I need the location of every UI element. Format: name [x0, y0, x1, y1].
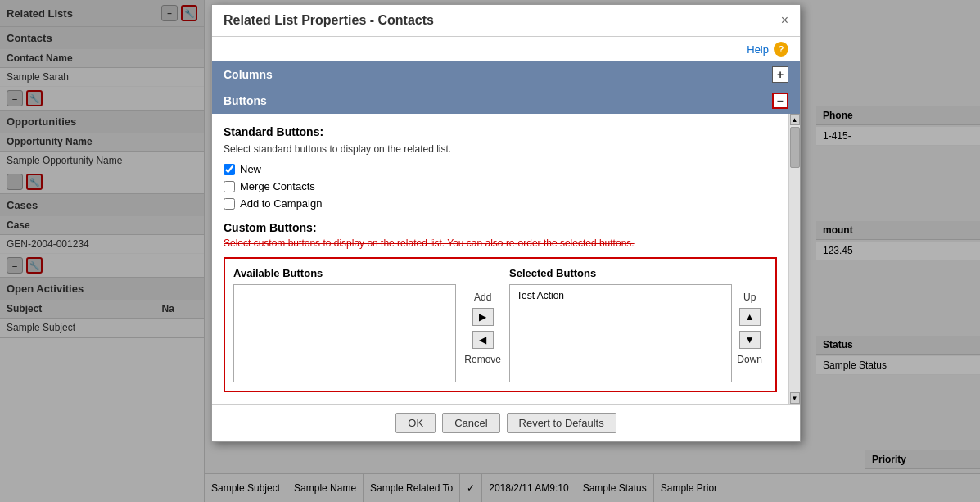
- checkbox-new-input[interactable]: [224, 164, 235, 175]
- custom-buttons-desc: Select custom buttons to display on the …: [224, 237, 777, 249]
- down-label: Down: [737, 354, 762, 365]
- buttons-label: Buttons: [224, 94, 267, 107]
- standard-buttons-title: Standard Buttons:: [224, 125, 777, 138]
- selected-item-test-action[interactable]: Test Action: [513, 288, 728, 303]
- standard-buttons-desc: Select standard buttons to display on th…: [224, 143, 777, 155]
- modal-title: Related List Properties - Contacts: [224, 13, 434, 28]
- remove-button[interactable]: ◀: [472, 331, 494, 349]
- columns-label: Columns: [224, 68, 273, 81]
- cancel-button[interactable]: Cancel: [442, 413, 499, 433]
- scroll-down-arrow[interactable]: ▼: [790, 392, 800, 404]
- custom-buttons-title: Custom Buttons:: [224, 221, 777, 234]
- checkbox-merge-label: Merge Contacts: [240, 180, 315, 192]
- available-buttons-listbox[interactable]: [233, 284, 456, 382]
- buttons-section-header: Buttons –: [212, 88, 800, 114]
- modal-body: Help ? Columns + Buttons – Standard Butt…: [212, 37, 800, 404]
- help-bar: Help ?: [212, 37, 800, 61]
- available-buttons-label: Available Buttons: [233, 267, 456, 279]
- modal-close-button[interactable]: ×: [781, 13, 788, 28]
- up-button[interactable]: ▲: [739, 308, 761, 326]
- modal-scrollbar[interactable]: ▲ ▼: [788, 114, 800, 404]
- columns-section-header: Columns +: [212, 61, 800, 88]
- add-label: Add: [474, 292, 491, 303]
- custom-buttons-panel: Available Buttons Add ▶ ◀ Remove Selecte…: [224, 257, 777, 392]
- modal-dialog: Related List Properties - Contacts × Hel…: [211, 4, 801, 442]
- down-button[interactable]: ▼: [739, 331, 761, 349]
- modal-content-main: Standard Buttons: Select standard button…: [212, 114, 788, 404]
- selected-buttons-label: Selected Buttons: [509, 267, 732, 279]
- checkbox-merge: Merge Contacts: [224, 180, 777, 192]
- help-icon[interactable]: ?: [774, 42, 788, 57]
- columns-toggle-btn[interactable]: +: [772, 66, 788, 83]
- ok-button[interactable]: OK: [395, 413, 436, 433]
- checkbox-campaign-label: Add to Campaign: [240, 197, 322, 210]
- up-label: Up: [743, 292, 756, 303]
- selected-buttons-listbox[interactable]: Test Action: [509, 284, 732, 382]
- checkbox-merge-input[interactable]: [224, 181, 235, 192]
- revert-button[interactable]: Revert to Defaults: [507, 413, 616, 433]
- scroll-up-arrow[interactable]: ▲: [790, 114, 800, 125]
- checkbox-new-label: New: [240, 163, 261, 175]
- remove-label: Remove: [464, 354, 501, 365]
- modal-footer: OK Cancel Revert to Defaults: [212, 404, 800, 441]
- buttons-toggle-btn[interactable]: –: [772, 93, 788, 109]
- modal-content-wrapper: Standard Buttons: Select standard button…: [212, 114, 800, 404]
- add-button[interactable]: ▶: [472, 308, 494, 326]
- selected-buttons-section: Selected Buttons Test Action: [509, 267, 732, 382]
- scroll-thumb[interactable]: [790, 127, 800, 168]
- checkbox-campaign-input[interactable]: [224, 198, 235, 210]
- checkbox-new: New: [224, 163, 777, 175]
- up-down-controls: Up ▲ ▼ Down: [732, 292, 767, 365]
- modal-title-bar: Related List Properties - Contacts ×: [212, 5, 800, 37]
- available-buttons-section: Available Buttons: [233, 267, 456, 382]
- checkbox-campaign: Add to Campaign: [224, 197, 777, 210]
- add-remove-controls: Add ▶ ◀ Remove: [456, 292, 509, 365]
- help-link[interactable]: Help: [747, 43, 769, 56]
- scroll-track: [789, 125, 800, 392]
